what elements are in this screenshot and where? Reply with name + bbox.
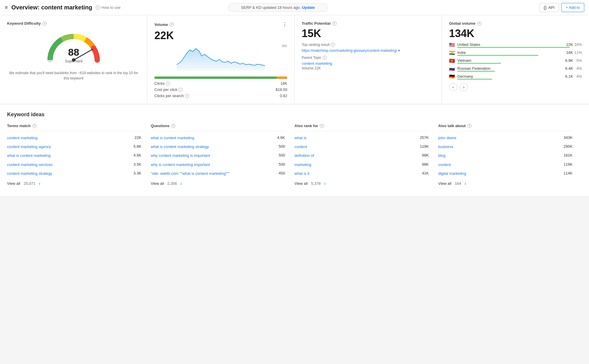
- country-flag: 🇮🇳: [449, 50, 455, 56]
- keyword-link[interactable]: content marketing services: [7, 162, 127, 167]
- cards-row: Keyword Difficulty ? 88 Super hard We: [0, 15, 589, 104]
- also-talk-header: Also talk about ?: [438, 124, 572, 131]
- ranking-link-container: https://mailchimp.com/marketing-glossary…: [302, 48, 435, 53]
- keyword-link[interactable]: why is content marketing important: [151, 162, 271, 167]
- parent-topic-link[interactable]: content marketing: [302, 61, 332, 66]
- keyword-link[interactable]: marketing: [295, 162, 415, 167]
- list-item: why is content marketing important 500: [151, 162, 285, 167]
- keyword-link[interactable]: what is content marketing: [7, 153, 127, 158]
- questions-view-all[interactable]: View all 2,356 ›: [151, 181, 285, 186]
- list-item: content marketing strategy 3.3K: [7, 171, 141, 176]
- country-vol: 6.9K: [562, 58, 573, 63]
- parent-topic-info-icon[interactable]: ?: [323, 56, 327, 60]
- also-rank-col: Also rank for ? what is 257K content 119…: [295, 124, 438, 186]
- keyword-link[interactable]: what is content marketing strategy: [151, 144, 271, 149]
- progress-green: [154, 77, 277, 79]
- keyword-link[interactable]: john deere: [438, 135, 558, 141]
- also-rank-view-all[interactable]: View all 5,378 ›: [295, 181, 429, 186]
- list-item: content 119K: [438, 162, 572, 167]
- terms-info-icon[interactable]: ?: [32, 124, 37, 128]
- country-name: United States: [457, 42, 562, 47]
- country-flag: 🇻🇳: [449, 58, 455, 64]
- keyword-link[interactable]: content marketing: [7, 135, 127, 141]
- keyword-link[interactable]: what is: [295, 135, 415, 141]
- top-ranking-info-icon[interactable]: ?: [331, 43, 335, 47]
- questions-col: Questions ? what is content marketing 4.…: [151, 124, 295, 186]
- keyword-link[interactable]: digital marketing: [438, 171, 558, 176]
- country-name: Germany: [457, 74, 562, 79]
- keyword-link[interactable]: content: [438, 162, 558, 167]
- terms-view-all[interactable]: View all 25,071 ›: [7, 181, 141, 186]
- add-to-button[interactable]: + Add to: [561, 3, 584, 12]
- next-country-btn[interactable]: ›: [460, 83, 468, 91]
- list-item: what is content marketing 4.6K: [151, 135, 285, 141]
- kd-info-icon[interactable]: ?: [42, 21, 47, 26]
- keyword-link[interactable]: why content marketing is important: [151, 153, 271, 158]
- also-talk-info-icon[interactable]: ?: [467, 124, 471, 128]
- parent-topic-volume: Volume 22K: [302, 66, 435, 70]
- list-item: digital marketing 114K: [438, 171, 572, 176]
- keyword-link[interactable]: content marketing agency: [7, 144, 127, 149]
- cpc-info-icon[interactable]: ?: [179, 88, 183, 92]
- volume-value: 22K: [154, 29, 287, 42]
- volume-info-icon[interactable]: ?: [170, 22, 174, 26]
- prev-country-btn[interactable]: ‹: [449, 83, 457, 91]
- cps-info-icon[interactable]: ?: [185, 94, 189, 98]
- list-item: john deere 343K: [438, 135, 572, 141]
- header-actions: {} API + Add to: [539, 3, 584, 12]
- clicks-info-icon[interactable]: ?: [166, 82, 170, 86]
- keyword-link[interactable]: definition of: [295, 153, 415, 158]
- volume-more-icon[interactable]: ⋮: [282, 21, 287, 28]
- questions-info-icon[interactable]: ?: [171, 124, 175, 128]
- traffic-info-icon[interactable]: ?: [332, 21, 336, 26]
- keyword-volume: 5.8K: [130, 144, 141, 149]
- svg-text:Super hard: Super hard: [65, 59, 82, 63]
- country-vol: 6.4K: [562, 66, 573, 71]
- api-button[interactable]: {} API: [539, 3, 559, 12]
- country-name: India: [457, 50, 562, 55]
- progress-track: [154, 77, 287, 79]
- ranking-url-link[interactable]: https://mailchimp.com/marketing-glossary…: [302, 49, 400, 53]
- country-bar: [457, 47, 570, 48]
- country-flag: 🇺🇸: [449, 42, 455, 48]
- country-flag: 🇩🇪: [449, 74, 455, 79]
- api-icon: {}: [544, 5, 547, 10]
- global-card: Global volume ? 134K 🇺🇸 United States 22…: [442, 15, 589, 104]
- keyword-volume: 450: [273, 171, 285, 175]
- keyword-volume: 500: [273, 153, 285, 157]
- global-info-icon[interactable]: ?: [477, 21, 481, 26]
- svg-text:88: 88: [68, 46, 79, 58]
- metrics-row: Clicks ? 18K Cost per click ? $18.00 Cli…: [154, 81, 287, 98]
- list-item: what is 257K: [295, 135, 429, 141]
- keyword-link[interactable]: content: [295, 144, 415, 149]
- list-item: "site: webfx.com ""what is content marke…: [151, 171, 285, 176]
- page-title: Overview: content marketing: [11, 4, 93, 11]
- country-row: 🇻🇳 Vietnam 6.9K 5%: [449, 58, 582, 64]
- keyword-volume: 3.3K: [130, 171, 141, 175]
- keyword-link[interactable]: "site: webfx.com ""what is content marke…: [151, 171, 271, 176]
- country-vol: 6.1K: [562, 74, 573, 79]
- also-rank-info-icon[interactable]: ?: [320, 124, 324, 128]
- keyword-link[interactable]: what is content marketing: [151, 135, 271, 141]
- country-name: Russian Federation: [457, 66, 562, 71]
- country-vol: 16K: [562, 50, 573, 55]
- keyword-link[interactable]: blog: [438, 153, 558, 158]
- global-nav: ‹ ›: [449, 83, 582, 91]
- how-to-use-link[interactable]: ? How to use: [96, 5, 121, 10]
- keyword-volume: 257K: [417, 135, 429, 140]
- keyword-volume: 343K: [561, 135, 572, 140]
- country-name: Vietnam: [457, 58, 562, 63]
- keyword-link[interactable]: what is it: [295, 171, 415, 176]
- update-link[interactable]: Update: [302, 5, 315, 10]
- also-rank-items: what is 257K content 119K definition of …: [295, 135, 429, 176]
- also-rank-header: Also rank for ?: [295, 124, 429, 131]
- keyword-volume: 3.5K: [130, 162, 141, 167]
- top-ranking-label: Top ranking result ?: [302, 43, 435, 47]
- keyword-link[interactable]: content marketing strategy: [7, 171, 127, 176]
- menu-icon[interactable]: ≡: [5, 4, 8, 11]
- keyword-link[interactable]: business: [438, 144, 558, 149]
- section-title: Keyword ideas: [7, 112, 582, 118]
- keyword-volume: 181K: [561, 153, 572, 157]
- also-talk-col: Also talk about ? john deere 343K busine…: [438, 124, 582, 186]
- also-talk-view-all[interactable]: View all 164 ›: [438, 181, 572, 186]
